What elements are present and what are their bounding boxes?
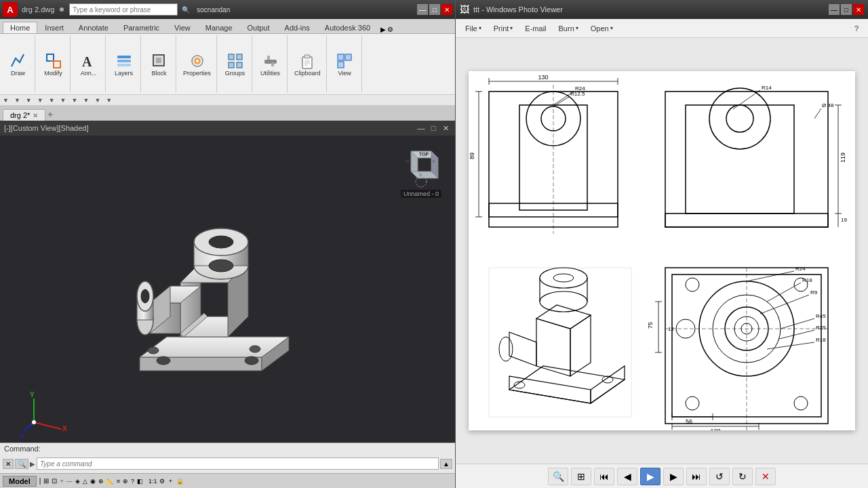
menu-email[interactable]: E-mail: [519, 22, 551, 35]
menu-file[interactable]: File ▾: [460, 22, 487, 35]
svg-line-61: [34, 422, 61, 429]
svg-marker-112: [509, 332, 536, 366]
subtoolbar-item-1: ▼: [3, 97, 9, 104]
axis-indicator: X Y Z: [20, 392, 75, 439]
menu-email-label: E-mail: [525, 24, 546, 33]
close-viewport-button[interactable]: ✕: [440, 123, 451, 134]
navigation-cube[interactable]: TOP W E S Unnamed - 0: [394, 141, 448, 202]
settings-icon[interactable]: ⚙: [387, 26, 393, 33]
dyn-toggle[interactable]: 📐: [106, 478, 114, 485]
model-tab-button[interactable]: Model: [3, 476, 37, 487]
minimize-button[interactable]: —: [417, 4, 428, 15]
rotate-right-icon: ↻: [738, 471, 747, 482]
actual-size-button[interactable]: ⊞: [571, 468, 591, 485]
polar-toggle[interactable]: ◈: [75, 478, 80, 485]
ortho-toggle[interactable]: —: [66, 478, 73, 485]
annotate-button[interactable]: A Ann...: [77, 50, 101, 79]
pv-maximize-button[interactable]: □: [841, 4, 852, 15]
back-button[interactable]: ◀: [617, 468, 637, 485]
properties-button[interactable]: Properties: [182, 50, 212, 79]
menu-help[interactable]: ?: [849, 22, 864, 35]
tab-parametric[interactable]: Parametric: [116, 22, 167, 33]
modify-button[interactable]: Modify: [41, 50, 66, 79]
svg-text:R24: R24: [795, 266, 806, 272]
maximize-button[interactable]: □: [429, 4, 440, 15]
grid-toggle[interactable]: ⊞: [43, 477, 49, 485]
tab-autodesk360[interactable]: Autodesk 360: [317, 22, 378, 33]
maximize-viewport-button[interactable]: □: [428, 123, 439, 134]
drawing-svg: 130 89 R24 R12.5: [469, 71, 855, 430]
cmd-search-button[interactable]: 🔍: [15, 459, 28, 469]
add-icon[interactable]: ＋: [167, 476, 174, 485]
restore-viewport-button[interactable]: —: [416, 123, 427, 134]
view-button[interactable]: View: [332, 50, 357, 79]
layers-button[interactable]: Layers: [112, 50, 136, 79]
delete-button[interactable]: ✕: [755, 468, 776, 485]
menu-burn-chevron: ▾: [576, 25, 578, 31]
command-label: Command:: [0, 443, 455, 454]
groups-button[interactable]: Groups: [223, 50, 248, 79]
close-button[interactable]: ✕: [441, 4, 452, 15]
tab-annotate[interactable]: Annotate: [71, 22, 116, 33]
forward-button[interactable]: ▶: [663, 468, 684, 485]
gear-icon[interactable]: ⚙: [159, 478, 165, 485]
cmd-close-button[interactable]: ✕: [3, 459, 14, 469]
autocad-search[interactable]: [69, 3, 178, 16]
osnap-toggle[interactable]: △: [83, 478, 87, 485]
menu-open[interactable]: Open ▾: [585, 22, 618, 35]
subtoolbar-item-3: ▼: [26, 97, 32, 104]
slideshow-button[interactable]: ▶: [640, 468, 660, 485]
command-row: ✕ 🔍 ▶ ▲: [0, 454, 455, 473]
tab-output[interactable]: Output: [240, 22, 277, 33]
svg-text:R35: R35: [816, 325, 826, 331]
svg-text:R12.5: R12.5: [570, 91, 585, 97]
photo-viewer-icon: 🖼: [460, 4, 469, 15]
utilities-button[interactable]: Utilities: [258, 50, 283, 79]
sel-toggle[interactable]: ◧: [137, 478, 143, 485]
otrack-toggle[interactable]: ◉: [90, 478, 96, 485]
command-input[interactable]: [37, 458, 439, 470]
ducs-toggle[interactable]: ⊕: [98, 478, 104, 485]
menu-print-chevron: ▾: [510, 25, 513, 31]
svg-rect-20: [304, 55, 310, 58]
help-icon: ?: [854, 24, 859, 33]
pv-minimize-button[interactable]: —: [829, 4, 840, 15]
tab-home[interactable]: Home: [3, 22, 37, 33]
pv-close-button[interactable]: ✕: [853, 4, 864, 15]
svg-rect-15: [237, 62, 242, 68]
lw-toggle[interactable]: ≡: [117, 478, 120, 485]
tab-addins[interactable]: Add-ins: [277, 22, 317, 33]
cmd-expand-button[interactable]: ▲: [440, 459, 452, 469]
menu-print[interactable]: Print ▾: [488, 22, 519, 35]
doc-tab-close[interactable]: ✕: [33, 112, 38, 119]
viewport-bar: [-][Custom View][Shaded] — □ ✕: [0, 121, 455, 136]
svg-rect-70: [519, 105, 587, 210]
rotate-left-button[interactable]: ↺: [709, 468, 730, 485]
menu-burn-label: Burn: [559, 24, 574, 33]
tab-view[interactable]: View: [167, 22, 198, 33]
svg-line-92: [814, 108, 821, 119]
qp-toggle[interactable]: ?: [131, 478, 134, 485]
ribbon-group-annotate: A Ann...: [72, 35, 106, 93]
tab-insert[interactable]: Insert: [37, 22, 71, 33]
tab-manage[interactable]: Manage: [198, 22, 240, 33]
svg-text:12: 12: [668, 326, 674, 332]
new-tab-button[interactable]: ＋: [45, 108, 55, 121]
block-button[interactable]: Block: [147, 50, 172, 79]
zoom-out-button[interactable]: 🔍: [548, 468, 568, 485]
tp-toggle[interactable]: ⊗: [123, 478, 128, 485]
svg-text:A: A: [82, 54, 92, 69]
menu-burn[interactable]: Burn ▾: [553, 22, 584, 35]
svg-text:19: 19: [841, 217, 847, 223]
svg-rect-24: [338, 54, 344, 60]
doc-tab-drg2[interactable]: drg 2* ✕: [3, 109, 45, 121]
prev-button[interactable]: ⏮: [594, 468, 614, 485]
next-button[interactable]: ⏭: [686, 468, 707, 485]
draw-button[interactable]: Draw: [6, 50, 31, 79]
expand-ribbon-icon[interactable]: ▶: [380, 26, 386, 33]
snap-toggle[interactable]: ⊡: [52, 477, 57, 485]
ribbon-group-block: Block: [142, 35, 176, 93]
lock-icon[interactable]: 🔒: [176, 478, 184, 485]
rotate-right-button[interactable]: ↻: [732, 468, 753, 485]
clipboard-button[interactable]: Clipboard: [293, 50, 322, 79]
